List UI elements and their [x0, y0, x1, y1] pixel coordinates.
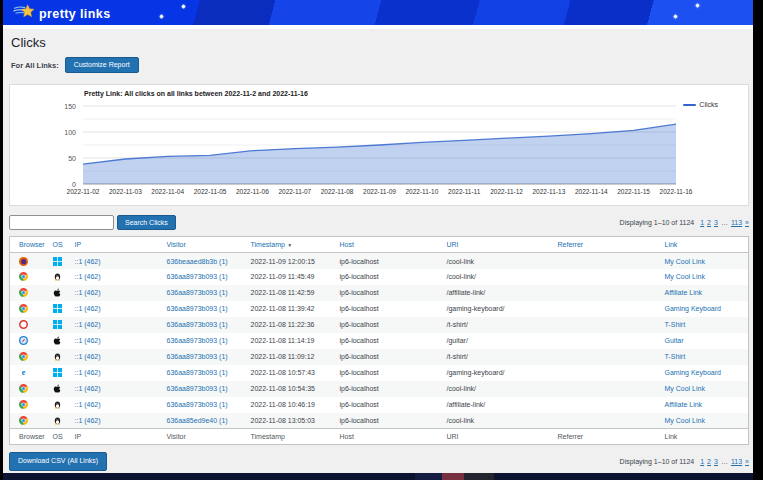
- cell-visitor: 636beaaed8b3b (1): [158, 253, 242, 269]
- ip-link[interactable]: ::1 (462): [75, 273, 101, 280]
- link-link[interactable]: Gaming Keyboard: [665, 305, 721, 312]
- ip-link[interactable]: ::1 (462): [75, 417, 101, 424]
- visitor-link[interactable]: 636aa8973b093 (1): [167, 305, 228, 312]
- visitor-link[interactable]: 636aa8973b093 (1): [167, 337, 228, 344]
- click-row: ::1 (462)636aa8973b093 (1)2022-11-08 11:…: [10, 333, 749, 349]
- clicks-area-chart: 0501001502022-11-022022-11-032022-11-042…: [10, 85, 750, 207]
- footer-column-referrer[interactable]: Referrer: [549, 429, 656, 445]
- pagination-page-1[interactable]: 1: [700, 458, 704, 465]
- link-link[interactable]: T-Shirt: [665, 353, 686, 360]
- chrome-icon: [19, 384, 28, 393]
- footer-column-host[interactable]: Host: [331, 429, 438, 445]
- column-header-ip[interactable]: IP: [66, 237, 158, 253]
- link-link[interactable]: My Cool Link: [665, 258, 705, 265]
- cell-ip: ::1 (462): [66, 285, 158, 301]
- pretty-links-logo[interactable]: pretty links: [13, 3, 111, 25]
- cell-visitor: 636aa8973b093 (1): [158, 333, 242, 349]
- footer-column-visitor[interactable]: Visitor: [158, 429, 242, 445]
- visitor-link[interactable]: 636aa85ed9e40 (1): [167, 417, 228, 424]
- cell-link: My Cool Link: [656, 381, 749, 397]
- customize-report-button[interactable]: Customize Report: [65, 57, 139, 73]
- cell-visitor: 636aa8973b093 (1): [158, 381, 242, 397]
- ip-link[interactable]: ::1 (462): [75, 305, 101, 312]
- ip-link[interactable]: ::1 (462): [75, 337, 101, 344]
- cell-link: T-Shirt: [656, 349, 749, 365]
- pagination-page-3[interactable]: 3: [714, 219, 718, 226]
- ip-link[interactable]: ::1 (462): [75, 353, 101, 360]
- link-link[interactable]: Gaming Keyboard: [665, 369, 721, 376]
- link-link[interactable]: My Cool Link: [665, 417, 705, 424]
- app-window: pretty links Clicks For All Links: Custo…: [3, 0, 753, 473]
- visitor-link[interactable]: 636aa8973b093 (1): [167, 353, 228, 360]
- download-csv-button[interactable]: Download CSV (All Links): [9, 452, 107, 470]
- link-link[interactable]: Affiliate Link: [665, 401, 703, 408]
- ip-link[interactable]: ::1 (462): [75, 289, 101, 296]
- ip-link[interactable]: ::1 (462): [75, 385, 101, 392]
- link-link[interactable]: T-Shirt: [665, 321, 686, 328]
- visitor-link[interactable]: 636beaaed8b3b (1): [167, 258, 228, 265]
- cell-browser: [10, 397, 44, 413]
- chart-title: Pretty Link: All clicks on all links bet…: [84, 90, 308, 97]
- cell-browser: [10, 301, 44, 317]
- cell-host: ip6-localhost: [331, 269, 438, 285]
- ip-link[interactable]: ::1 (462): [75, 321, 101, 328]
- visitor-link[interactable]: 636aa8973b093 (1): [167, 369, 228, 376]
- cell-referrer: [549, 285, 656, 301]
- firefox-icon: [19, 257, 28, 266]
- column-header-referrer[interactable]: Referrer: [549, 237, 656, 253]
- svg-text:2022-11-14: 2022-11-14: [575, 188, 608, 195]
- linux-icon: [53, 352, 62, 361]
- opera-icon: [19, 320, 28, 329]
- pagination-page-3[interactable]: 3: [714, 458, 718, 465]
- link-link[interactable]: My Cool Link: [665, 385, 705, 392]
- footer-column-os[interactable]: OS: [44, 429, 66, 445]
- cell-ip: ::1 (462): [66, 381, 158, 397]
- visitor-link[interactable]: 636aa8973b093 (1): [167, 385, 228, 392]
- cell-visitor: 636aa8973b093 (1): [158, 301, 242, 317]
- footer-column-timestamp[interactable]: Timestamp: [242, 429, 331, 445]
- column-header-timestamp[interactable]: Timestamp ▼: [242, 237, 331, 253]
- chart-legend: Clicks: [683, 101, 718, 108]
- footer-column-ip[interactable]: IP: [66, 429, 158, 445]
- cell-link: My Cool Link: [656, 253, 749, 269]
- column-header-host[interactable]: Host: [331, 237, 438, 253]
- search-input[interactable]: [9, 215, 114, 230]
- cell-link: Affiliate Link: [656, 397, 749, 413]
- link-link[interactable]: My Cool Link: [665, 273, 705, 280]
- windows-icon: [53, 304, 62, 313]
- pagination-page-2[interactable]: 2: [707, 458, 711, 465]
- pagination-next-link[interactable]: »: [745, 219, 749, 226]
- pagination-page-2[interactable]: 2: [707, 219, 711, 226]
- cell-os: [44, 269, 66, 285]
- cell-os: [44, 317, 66, 333]
- column-header-os[interactable]: OS: [44, 237, 66, 253]
- column-header-uri[interactable]: URI: [438, 237, 549, 253]
- ip-link[interactable]: ::1 (462): [75, 369, 101, 376]
- link-link[interactable]: Affiliate Link: [665, 289, 703, 296]
- footer-column-uri[interactable]: URI: [438, 429, 549, 445]
- footer-column-browser[interactable]: Browser: [10, 429, 44, 445]
- pagination-page-113[interactable]: 113: [731, 458, 742, 465]
- cell-uri: /cool-link: [438, 253, 549, 269]
- visitor-link[interactable]: 636aa8973b093 (1): [167, 401, 228, 408]
- column-header-browser[interactable]: Browser: [10, 237, 44, 253]
- windows-icon: [53, 320, 62, 329]
- click-row: ::1 (462)636aa8973b093 (1)2022-11-08 10:…: [10, 381, 749, 397]
- cell-host: ip6-localhost: [331, 381, 438, 397]
- pagination-page-113[interactable]: 113: [731, 219, 742, 226]
- pagination-next-link[interactable]: »: [745, 458, 749, 465]
- ip-link[interactable]: ::1 (462): [75, 401, 101, 408]
- link-link[interactable]: Guitar: [665, 337, 684, 344]
- svg-text:2022-11-06: 2022-11-06: [236, 188, 269, 195]
- ip-link[interactable]: ::1 (462): [75, 258, 101, 265]
- visitor-link[interactable]: 636aa8973b093 (1): [167, 273, 228, 280]
- search-clicks-button[interactable]: Search Clicks: [117, 215, 176, 230]
- column-header-visitor[interactable]: Visitor: [158, 237, 242, 253]
- pagination-page-1[interactable]: 1: [700, 219, 704, 226]
- visitor-link[interactable]: 636aa8973b093 (1): [167, 289, 228, 296]
- cell-referrer: [549, 397, 656, 413]
- column-header-link[interactable]: Link: [656, 237, 749, 253]
- cell-timestamp: 2022-11-09 12:00:15: [242, 253, 331, 269]
- visitor-link[interactable]: 636aa8973b093 (1): [167, 321, 228, 328]
- footer-column-link[interactable]: Link: [656, 429, 749, 445]
